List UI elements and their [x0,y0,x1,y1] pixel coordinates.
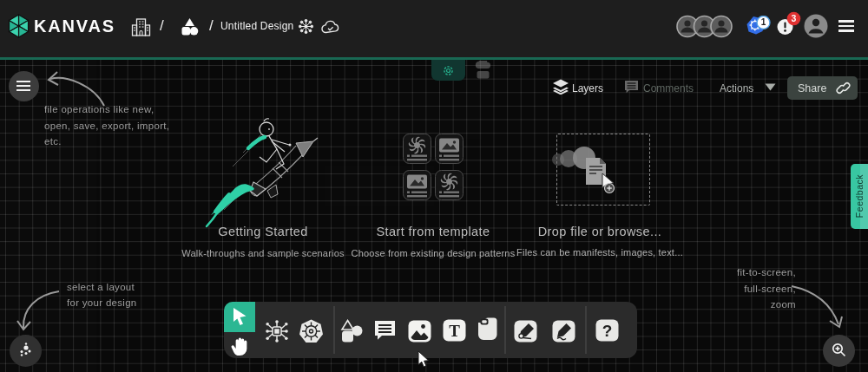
svg-text:?: ? [602,322,613,340]
svg-text:3: 3 [792,13,797,23]
svg-text:T: T [449,322,460,340]
svg-text:1: 1 [761,17,766,27]
